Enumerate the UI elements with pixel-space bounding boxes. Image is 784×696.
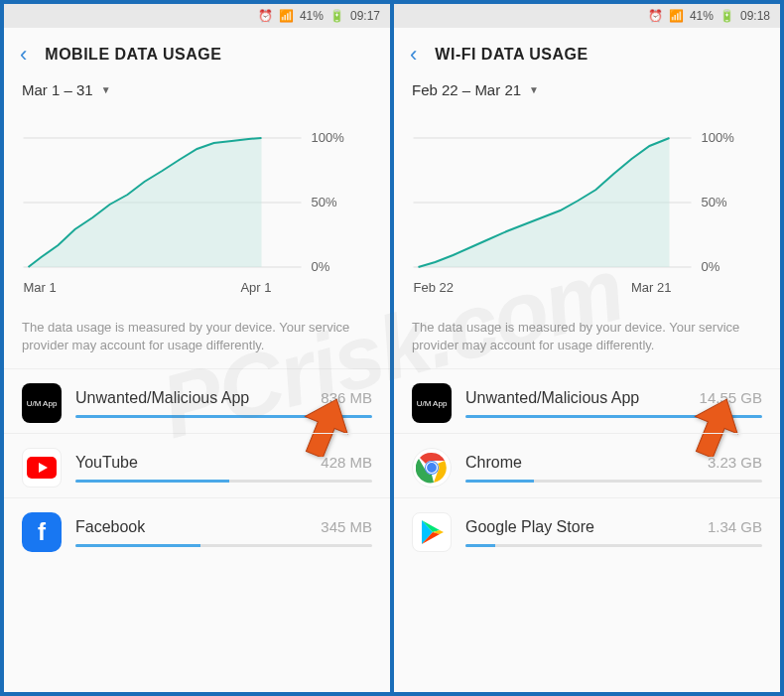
app-size: 14.55 GB <box>700 389 762 406</box>
clock-text: 09:18 <box>740 9 770 23</box>
y-tick: 50% <box>702 195 727 209</box>
alarm-icon: ⏰ <box>258 9 273 23</box>
phone-left: ⏰ 📶 41% 🔋 09:17 ‹ MOBILE DATA USAGE Mar … <box>4 4 390 692</box>
app-list: U/M App Unwanted/Malicious App 836 MB Yo… <box>4 368 390 562</box>
page-title: WI-FI DATA USAGE <box>435 46 588 64</box>
x-end: Apr 1 <box>240 280 271 295</box>
signal-icon: 📶 <box>279 9 294 23</box>
y-tick: 0% <box>312 259 330 274</box>
usage-note: The data usage is measured by your devic… <box>394 307 780 368</box>
app-name: Google Play Store <box>465 518 594 536</box>
app-list: U/M App Unwanted/Malicious App 14.55 GB <box>394 368 780 562</box>
battery-text: 41% <box>690 9 714 23</box>
phone-right: ⏰ 📶 41% 🔋 09:18 ‹ WI-FI DATA USAGE Feb 2… <box>394 4 780 692</box>
chevron-down-icon: ▼ <box>529 84 539 95</box>
x-start: Mar 1 <box>24 280 57 295</box>
app-name: Facebook <box>75 518 145 536</box>
back-icon[interactable]: ‹ <box>20 42 27 68</box>
y-tick: 0% <box>702 259 720 274</box>
app-size: 3.23 GB <box>708 454 762 471</box>
app-name: Unwanted/Malicious App <box>75 389 249 407</box>
signal-icon: 📶 <box>669 9 684 23</box>
youtube-icon <box>22 448 62 487</box>
usage-chart: 100% 50% 0% Feb 22 Mar 21 <box>394 108 780 307</box>
date-range-label: Feb 22 – Mar 21 <box>412 81 521 98</box>
play-store-icon <box>412 512 452 552</box>
app-row[interactable]: f Facebook 345 MB <box>4 497 390 562</box>
svg-point-9 <box>427 463 438 474</box>
y-tick: 50% <box>312 195 337 209</box>
y-tick: 100% <box>312 130 345 145</box>
app-size: 1.34 GB <box>708 518 762 535</box>
battery-text: 41% <box>300 9 324 23</box>
app-row[interactable]: U/M App Unwanted/Malicious App 14.55 GB <box>394 368 780 433</box>
date-range-selector[interactable]: Mar 1 – 31 ▼ <box>4 77 390 108</box>
app-name: Unwanted/Malicious App <box>465 389 639 407</box>
battery-icon: 🔋 <box>329 9 344 23</box>
date-range-selector[interactable]: Feb 22 – Mar 21 ▼ <box>394 77 780 108</box>
app-row[interactable]: YouTube 428 MB <box>4 433 390 497</box>
x-start: Feb 22 <box>414 280 454 295</box>
chrome-icon <box>412 448 452 487</box>
app-name: Chrome <box>465 454 522 472</box>
battery-icon: 🔋 <box>719 9 734 23</box>
app-row[interactable]: Google Play Store 1.34 GB <box>394 497 780 562</box>
app-row[interactable]: Chrome 3.23 GB <box>394 433 780 497</box>
back-icon[interactable]: ‹ <box>410 42 417 68</box>
header: ‹ WI-FI DATA USAGE <box>394 28 780 77</box>
clock-text: 09:17 <box>350 9 380 23</box>
app-name: YouTube <box>75 454 138 472</box>
chevron-down-icon: ▼ <box>101 84 111 95</box>
facebook-icon: f <box>22 512 62 552</box>
app-size: 345 MB <box>321 518 372 535</box>
date-range-label: Mar 1 – 31 <box>22 81 93 98</box>
app-size: 428 MB <box>321 454 372 471</box>
app-size: 836 MB <box>321 389 372 406</box>
usage-chart: 100% 50% 0% Mar 1 Apr 1 <box>4 108 390 307</box>
umapp-icon: U/M App <box>22 383 62 423</box>
status-bar: ⏰ 📶 41% 🔋 09:18 <box>394 4 780 28</box>
alarm-icon: ⏰ <box>648 9 663 23</box>
status-bar: ⏰ 📶 41% 🔋 09:17 <box>4 4 390 28</box>
usage-note: The data usage is measured by your devic… <box>4 307 390 368</box>
x-end: Mar 21 <box>631 280 671 295</box>
header: ‹ MOBILE DATA USAGE <box>4 28 390 77</box>
umapp-icon: U/M App <box>412 383 452 423</box>
app-row[interactable]: U/M App Unwanted/Malicious App 836 MB <box>4 368 390 433</box>
y-tick: 100% <box>702 130 735 145</box>
page-title: MOBILE DATA USAGE <box>45 46 221 64</box>
